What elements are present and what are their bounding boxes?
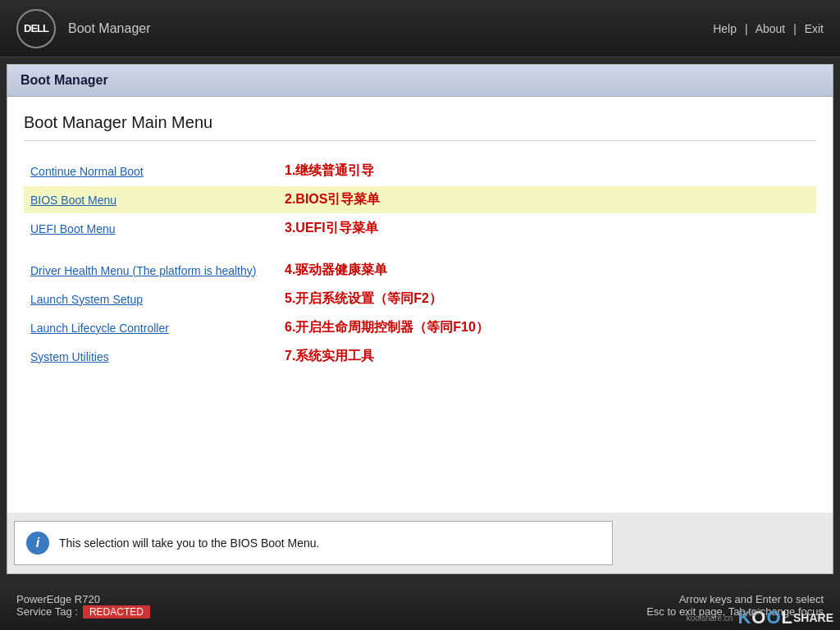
nav-sep-2: |	[793, 22, 797, 35]
help-link[interactable]: Help	[713, 22, 737, 35]
menu-desc-bios-boot-menu: 2.BIOS引导菜单	[285, 191, 380, 208]
ks-domain: koolshare.cn	[687, 614, 733, 623]
menu-desc-system-utilities: 7.系统实用工具	[285, 348, 374, 365]
menu-desc-continue-normal-boot: 1.继续普通引导	[285, 162, 374, 180]
menu-link-system-utilities[interactable]: System Utilities	[30, 350, 276, 363]
main-wrapper: Boot Manager Boot Manager Main Menu Cont…	[7, 64, 833, 574]
menu-item-launch-system-setup: Launch System Setup5.开启系统设置（等同F2）	[24, 285, 816, 313]
menu-desc-launch-lifecycle-controller: 6.开启生命周期控制器（等同F10）	[285, 319, 489, 336]
info-icon: i	[26, 532, 49, 555]
footer-bar: PowerEdge R720 Arrow keys and Enter to s…	[0, 581, 840, 630]
menu-title: Boot Manager Main Menu	[24, 113, 816, 141]
ks-share: SHARE	[793, 611, 833, 624]
menu-link-launch-lifecycle-controller[interactable]: Launch Lifecycle Controller	[30, 322, 276, 335]
header-left: DELL Boot Manager	[16, 9, 151, 48]
header-title: Boot Manager	[68, 21, 151, 36]
menu-separator-3	[24, 244, 816, 257]
dell-logo: DELL	[16, 9, 56, 48]
ks-l: L	[782, 607, 792, 628]
info-box-area: i This selection will take you to the BI…	[7, 513, 833, 573]
service-tag-value: REDACTED	[83, 605, 150, 619]
ks-o2: O	[766, 607, 779, 628]
menu-desc-launch-system-setup: 5.开启系统设置（等同F2）	[285, 290, 442, 308]
footer-hint1: Arrow keys and Enter to select	[679, 593, 824, 605]
header-bar: DELL Boot Manager Help | About | Exit	[0, 0, 840, 57]
menu-item-launch-lifecycle-controller: Launch Lifecycle Controller6.开启生命周期控制器（等…	[24, 314, 816, 341]
content-area: Boot Manager Main Menu Continue Normal B…	[7, 97, 833, 513]
menu-item-bios-boot-menu: BIOS Boot Menu2.BIOS引导菜单	[24, 186, 816, 213]
footer-model: PowerEdge R720	[16, 593, 100, 605]
service-tag-label: Service Tag :	[16, 605, 78, 618]
info-box: i This selection will take you to the BI…	[14, 521, 613, 565]
menu-desc-driver-health-menu: 4.驱动器健康菜单	[285, 262, 387, 279]
menu-link-launch-system-setup[interactable]: Launch System Setup	[30, 293, 276, 306]
about-link[interactable]: About	[756, 22, 786, 35]
menu-desc-uefi-boot-menu: 3.UEFI引导菜单	[285, 220, 378, 237]
menu-link-uefi-boot-menu[interactable]: UEFI Boot Menu	[30, 222, 276, 235]
bm-titlebar: Boot Manager	[7, 65, 833, 97]
menu-link-bios-boot-menu[interactable]: BIOS Boot Menu	[30, 194, 276, 207]
menu-link-driver-health-menu[interactable]: Driver Health Menu (The platform is heal…	[30, 264, 276, 277]
header-nav: Help | About | Exit	[713, 22, 824, 35]
menu-item-driver-health-menu: Driver Health Menu (The platform is heal…	[24, 257, 816, 284]
menu-link-continue-normal-boot[interactable]: Continue Normal Boot	[30, 165, 276, 178]
menu-item-system-utilities: System Utilities7.系统实用工具	[24, 343, 816, 370]
menu-items-container: Continue Normal Boot1.继续普通引导BIOS Boot Me…	[24, 158, 816, 370]
nav-sep-1: |	[745, 22, 748, 35]
menu-item-uefi-boot-menu: UEFI Boot Menu3.UEFI引导菜单	[24, 215, 816, 242]
footer-row-1: PowerEdge R720 Arrow keys and Enter to s…	[16, 593, 824, 605]
exit-link[interactable]: Exit	[805, 22, 824, 35]
menu-item-continue-normal-boot: Continue Normal Boot1.继续普通引导	[24, 158, 816, 185]
service-tag-row: Service Tag : REDACTED	[16, 605, 150, 619]
info-text: This selection will take you to the BIOS…	[59, 536, 320, 550]
